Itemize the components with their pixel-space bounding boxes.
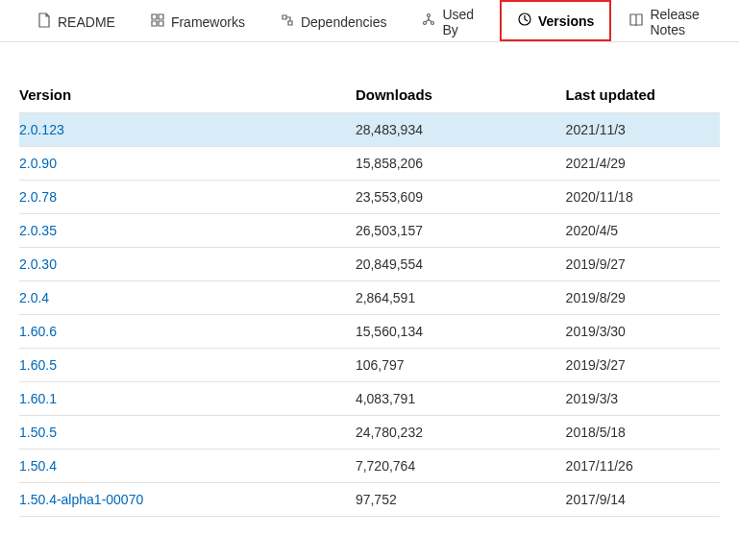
table-row: 1.50.47,720,7642017/11/26 (19, 450, 720, 483)
versions-table: Version Downloads Last updated 2.0.12328… (19, 77, 720, 517)
column-header-downloads: Downloads (356, 77, 566, 113)
version-link[interactable]: 1.50.5 (19, 425, 57, 440)
version-link[interactable]: 1.60.1 (19, 391, 57, 406)
versions-content: Version Downloads Last updated 2.0.12328… (0, 77, 739, 517)
table-row: 1.60.615,560,1342019/3/30 (19, 315, 720, 349)
version-link[interactable]: 1.50.4-alpha1-00070 (19, 492, 143, 507)
last-updated-cell: 2019/3/27 (566, 349, 720, 382)
last-updated-cell: 2017/9/14 (566, 483, 720, 517)
version-link[interactable]: 2.0.123 (19, 122, 64, 137)
version-link[interactable]: 2.0.90 (19, 156, 57, 171)
history-icon (517, 12, 532, 30)
svg-point-1 (424, 22, 427, 25)
downloads-cell: 4,083,791 (356, 382, 566, 416)
tab-versions[interactable]: Versions (500, 0, 611, 41)
tab-label: Used By (442, 7, 482, 37)
version-link[interactable]: 2.0.30 (19, 256, 57, 272)
version-cell: 2.0.78 (19, 181, 356, 214)
downloads-cell: 26,503,157 (356, 214, 566, 248)
used-by-icon (421, 12, 436, 31)
last-updated-cell: 2020/11/18 (566, 181, 720, 214)
version-link[interactable]: 2.0.78 (19, 189, 57, 205)
table-row: 2.0.3526,503,1572020/4/5 (19, 214, 720, 248)
version-link[interactable]: 1.60.6 (19, 324, 57, 339)
last-updated-cell: 2019/3/30 (566, 315, 720, 349)
column-header-version: Version (19, 77, 356, 113)
version-cell: 2.0.30 (19, 248, 356, 281)
last-updated-cell: 2021/11/3 (566, 113, 720, 147)
column-header-last-updated: Last updated (566, 77, 720, 113)
version-link[interactable]: 2.0.4 (19, 290, 49, 305)
version-cell: 1.60.5 (19, 349, 356, 382)
downloads-cell: 2,864,591 (356, 281, 566, 315)
version-cell: 1.50.5 (19, 416, 356, 450)
table-row: 2.0.9015,858,2062021/4/29 (19, 147, 720, 181)
version-cell: 1.60.1 (19, 382, 356, 416)
version-cell: 1.50.4 (19, 450, 356, 483)
table-row: 1.60.5106,7972019/3/27 (19, 349, 720, 382)
downloads-cell: 15,560,134 (356, 315, 566, 349)
last-updated-cell: 2018/5/18 (566, 416, 720, 450)
downloads-cell: 23,553,609 (356, 181, 566, 214)
version-cell: 2.0.123 (19, 113, 356, 147)
tab-frameworks[interactable]: Frameworks (133, 0, 262, 41)
tab-label: Versions (538, 13, 594, 29)
version-cell: 2.0.90 (19, 147, 356, 181)
downloads-cell: 15,858,206 (356, 147, 566, 181)
tab-release-notes[interactable]: Release Notes (611, 0, 739, 41)
frameworks-icon (150, 12, 165, 31)
last-updated-cell: 2019/3/3 (566, 382, 720, 416)
version-cell: 2.0.4 (19, 281, 356, 315)
table-row: 1.50.4-alpha1-0007097,7522017/9/14 (19, 483, 720, 517)
table-row: 2.0.3020,849,5542019/9/27 (19, 248, 720, 281)
version-cell: 2.0.35 (19, 214, 356, 248)
tab-bar: README Frameworks Dependencies Used By V… (0, 0, 739, 42)
table-row: 2.0.7823,553,6092020/11/18 (19, 181, 720, 214)
version-link[interactable]: 1.60.5 (19, 357, 57, 373)
downloads-cell: 20,849,554 (356, 248, 566, 281)
tab-used-by[interactable]: Used By (404, 0, 500, 41)
svg-point-0 (428, 14, 431, 17)
downloads-cell: 24,780,232 (356, 416, 566, 450)
table-row: 1.50.524,780,2322018/5/18 (19, 416, 720, 450)
last-updated-cell: 2019/9/27 (566, 248, 720, 281)
tab-label: README (58, 14, 115, 30)
version-cell: 1.50.4-alpha1-00070 (19, 483, 356, 517)
svg-point-2 (431, 22, 434, 25)
table-row: 1.60.14,083,7912019/3/3 (19, 382, 720, 416)
dependencies-icon (280, 12, 295, 31)
tab-readme[interactable]: README (19, 0, 133, 41)
version-cell: 1.60.6 (19, 315, 356, 349)
tab-label: Release Notes (650, 7, 722, 37)
version-link[interactable]: 1.50.4 (19, 458, 57, 474)
tab-label: Dependencies (301, 14, 387, 30)
last-updated-cell: 2021/4/29 (566, 147, 720, 181)
version-link[interactable]: 2.0.35 (19, 223, 57, 238)
downloads-cell: 97,752 (356, 483, 566, 517)
downloads-cell: 106,797 (356, 349, 566, 382)
last-updated-cell: 2019/8/29 (566, 281, 720, 315)
tab-dependencies[interactable]: Dependencies (262, 0, 405, 41)
document-icon (37, 12, 52, 31)
last-updated-cell: 2020/4/5 (566, 214, 720, 248)
table-row: 2.0.42,864,5912019/8/29 (19, 281, 720, 315)
downloads-cell: 28,483,934 (356, 113, 566, 147)
table-row: 2.0.12328,483,9342021/11/3 (19, 113, 720, 147)
book-icon (628, 12, 644, 31)
tab-label: Frameworks (171, 14, 245, 30)
last-updated-cell: 2017/11/26 (566, 450, 720, 483)
downloads-cell: 7,720,764 (356, 450, 566, 483)
